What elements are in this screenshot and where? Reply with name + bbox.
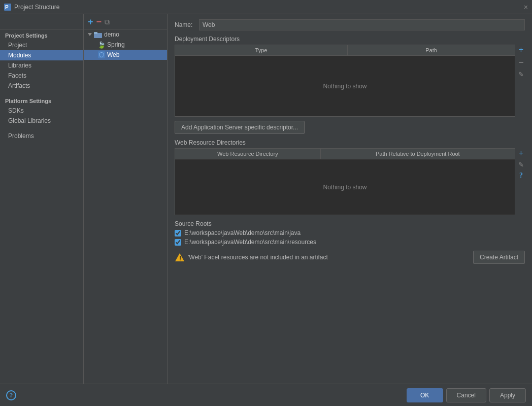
deployment-remove-button[interactable]: − — [517, 57, 525, 68]
tree-node-demo[interactable]: demo — [84, 29, 167, 40]
web-resource-side-buttons: + ✎ ? — [517, 148, 525, 180]
add-descriptor-row: Add Application Server specific descript… — [175, 121, 525, 134]
tree-toolbar: + − ⧉ — [84, 14, 167, 29]
close-button[interactable]: × — [524, 4, 528, 11]
warning-left: ! 'Web' Facet resources are not included… — [175, 252, 328, 262]
warning-row: ! 'Web' Facet resources are not included… — [175, 251, 525, 264]
source-root-java-checkbox[interactable] — [175, 230, 181, 236]
platform-settings-header: Platform Settings — [0, 95, 83, 106]
source-root-resources-checkbox[interactable] — [175, 239, 181, 246]
titlebar: P Project Structure × — [0, 0, 532, 14]
deployment-col-path: Path — [348, 45, 515, 56]
sidebar-item-libraries[interactable]: Libraries — [0, 60, 83, 71]
web-resource-help-button[interactable]: ? — [517, 171, 525, 180]
sidebar-item-modules[interactable]: Modules — [0, 50, 83, 60]
web-resource-empty-message: Nothing to show — [175, 159, 515, 215]
content-panel: Name: Deployment Descriptors Type Path — [168, 14, 532, 406]
web-resource-table-container: Web Resource Directory Path Relative to … — [175, 148, 515, 215]
svg-text:!: ! — [179, 255, 181, 262]
tree-panel: + − ⧉ demo 🍃 Spring Web — [84, 14, 168, 406]
svg-text:P: P — [5, 5, 9, 10]
deployment-add-button[interactable]: + — [517, 45, 525, 55]
sidebar-item-sdks[interactable]: SDKs — [0, 106, 83, 116]
apply-button[interactable]: Apply — [489, 388, 526, 402]
deployment-descriptors-section: Deployment Descriptors Type Path Nothing… — [175, 36, 525, 134]
svg-rect-3 — [94, 32, 97, 34]
source-roots-title: Source Roots — [175, 220, 525, 227]
deployment-empty-message: Nothing to show — [175, 56, 515, 117]
tree-node-spring[interactable]: 🍃 Spring — [84, 40, 167, 50]
bottom-right-buttons: OK Cancel Apply — [407, 388, 526, 402]
web-resource-edit-button[interactable]: ✎ — [517, 160, 525, 169]
deployment-col-type: Type — [175, 45, 348, 56]
cancel-button[interactable]: Cancel — [446, 388, 486, 402]
deployment-edit-button[interactable]: ✎ — [517, 70, 525, 79]
sidebar-item-project[interactable]: Project — [0, 40, 83, 50]
name-input[interactable] — [199, 19, 525, 30]
sidebar: Project Settings Project Modules Librari… — [0, 14, 84, 406]
tree-add-button[interactable]: + — [87, 17, 94, 26]
web-icon — [98, 51, 105, 58]
project-settings-header: Project Settings — [0, 29, 83, 40]
source-roots-section: Source Roots E:\workspace\javaWeb\demo\s… — [175, 220, 525, 264]
folder-icon — [94, 31, 102, 38]
source-root-resources-row: E:\workspace\javaWeb\demo\src\main\resou… — [175, 239, 525, 246]
create-artifact-button[interactable]: Create Artifact — [473, 251, 525, 264]
tree-node-demo-label: demo — [104, 31, 119, 38]
source-root-java-path: E:\workspace\javaWeb\demo\src\main\java — [184, 229, 301, 236]
sidebar-item-artifacts[interactable]: Artifacts — [0, 81, 83, 91]
tree-node-spring-label: Spring — [107, 41, 125, 48]
main-layout: Project Settings Project Modules Librari… — [0, 14, 532, 406]
sidebar-item-problems[interactable]: Problems — [0, 131, 83, 141]
deployment-side-buttons: + − ✎ — [517, 45, 525, 79]
web-resource-add-button[interactable]: + — [517, 148, 525, 158]
window-title: Project Structure — [14, 4, 59, 11]
name-label: Name: — [175, 21, 195, 28]
tree-copy-button[interactable]: ⧉ — [104, 18, 111, 25]
warning-text: 'Web' Facet resources are not included i… — [188, 254, 328, 261]
help-button[interactable]: ? — [6, 390, 16, 400]
sidebar-item-facets[interactable]: Facets — [0, 71, 83, 81]
app-icon: P — [4, 4, 11, 11]
web-resource-col-dir: Web Resource Directory — [175, 149, 321, 159]
warning-icon: ! — [175, 252, 185, 262]
tree-expand-icon — [88, 33, 92, 36]
tree-remove-button[interactable]: − — [95, 17, 103, 26]
web-resource-col-path: Path Relative to Deployment Root — [320, 149, 515, 159]
deployment-descriptors-table-area: Type Path Nothing to show + − ✎ — [175, 45, 525, 117]
web-resource-dirs-title: Web Resource Directories — [175, 139, 525, 146]
bottom-bar: ? OK Cancel Apply — [0, 384, 532, 406]
ok-button[interactable]: OK — [407, 388, 443, 402]
web-resource-table: Web Resource Directory Path Relative to … — [175, 148, 515, 159]
deployment-table-container: Type Path Nothing to show — [175, 45, 515, 117]
tree-node-web-label: Web — [107, 51, 119, 58]
spring-icon: 🍃 — [98, 41, 105, 48]
sidebar-item-global-libraries[interactable]: Global Libraries — [0, 116, 83, 126]
web-resource-table-area: Web Resource Directory Path Relative to … — [175, 148, 525, 215]
add-descriptor-button[interactable]: Add Application Server specific descript… — [175, 121, 305, 134]
source-root-resources-path: E:\workspace\javaWeb\demo\src\main\resou… — [184, 239, 316, 246]
name-row: Name: — [175, 19, 525, 30]
source-root-java-row: E:\workspace\javaWeb\demo\src\main\java — [175, 229, 525, 236]
tree-node-web[interactable]: Web — [84, 50, 167, 60]
deployment-table: Type Path — [175, 45, 515, 56]
titlebar-left: P Project Structure — [4, 4, 59, 11]
deployment-descriptors-title: Deployment Descriptors — [175, 36, 525, 43]
web-resource-dirs-section: Web Resource Directories Web Resource Di… — [175, 139, 525, 215]
